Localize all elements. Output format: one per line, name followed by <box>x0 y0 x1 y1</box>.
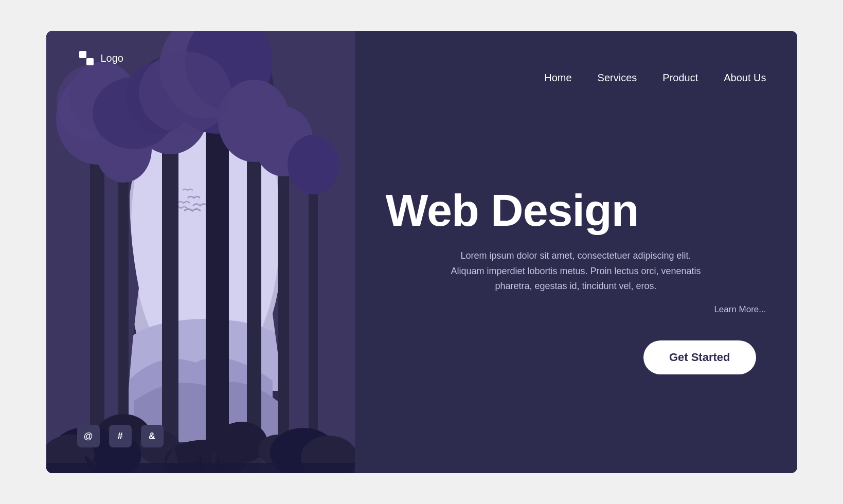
logo-text: Logo <box>101 52 124 64</box>
svg-rect-12 <box>309 159 318 473</box>
svg-rect-8 <box>162 103 178 473</box>
social-hash-icon[interactable]: # <box>109 425 132 447</box>
social-at-icon[interactable]: @ <box>77 425 100 447</box>
left-panel: Logo <box>46 31 355 473</box>
svg-point-24 <box>288 135 339 194</box>
svg-rect-37 <box>46 463 355 473</box>
nav-services[interactable]: Services <box>598 72 637 84</box>
svg-rect-1 <box>86 58 94 65</box>
hero-description: Lorem ipsum dolor sit amet, consectetuer… <box>447 248 705 294</box>
hero-content: Web Design Lorem ipsum dolor sit amet, c… <box>386 99 766 442</box>
right-panel: Home Services Product About Us Web Desig… <box>355 31 797 473</box>
logo-area: Logo <box>77 49 124 67</box>
page-wrapper: Logo <box>46 31 797 473</box>
navbar: Home Services Product About Us <box>386 31 766 99</box>
logo-icon <box>77 49 96 67</box>
forest-scene <box>46 31 355 473</box>
learn-more-link[interactable]: Learn More... <box>386 304 766 315</box>
svg-point-26 <box>139 51 231 134</box>
svg-rect-0 <box>79 51 86 58</box>
get-started-button[interactable]: Get Started <box>643 340 756 374</box>
nav-home[interactable]: Home <box>544 72 571 84</box>
nav-about[interactable]: About Us <box>724 72 766 84</box>
nav-product[interactable]: Product <box>662 72 698 84</box>
social-amp-icon[interactable]: & <box>141 425 164 447</box>
svg-rect-10 <box>247 113 261 473</box>
svg-rect-11 <box>278 134 289 473</box>
nav-links: Home Services Product About Us <box>544 51 766 84</box>
hero-title: Web Design <box>386 188 766 233</box>
social-icons: @ # & <box>77 425 164 447</box>
